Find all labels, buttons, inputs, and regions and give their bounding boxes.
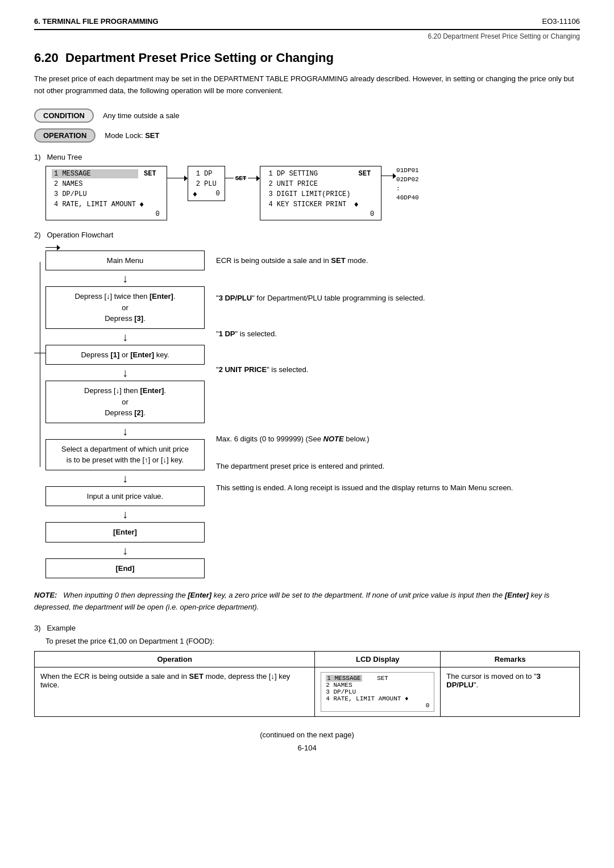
- flow-box-4: Depress [↓] then [Enter].orDepress [2].: [45, 381, 205, 423]
- flow-box-enter: [Enter]: [45, 522, 205, 542]
- flow-arrow-5: ↓: [45, 471, 205, 485]
- table-cell-operation: When the ECR is being outside a sale and…: [35, 667, 315, 716]
- flow-arrow-7: ↓: [45, 544, 205, 557]
- flow-box-end: [End]: [45, 558, 205, 579]
- intro-text: The preset price of each department may …: [34, 73, 580, 97]
- desc-5: [216, 391, 513, 425]
- flowchart-boxes-col: Main Menu ↓ Depress [↓] twice then [Ente…: [45, 245, 205, 579]
- flow-box-2: Depress [↓] twice then [Enter].orDepress…: [45, 286, 205, 329]
- flow-box-5: Select a department of which unit pricei…: [45, 439, 205, 470]
- menu-tree-label: 1) Menu Tree: [34, 153, 580, 161]
- desc-text-2: "3 DP/PLU" for Department/PLU table prog…: [216, 293, 425, 304]
- desc-text-1: ECR is being outside a sale and in SET m…: [216, 255, 368, 266]
- menu-tree-diagram: 1 MESSAGESET 2 NAMES 3 DP/PLU 4 RATE, LI…: [45, 166, 580, 220]
- operation-row: OPERATION Mode Lock: SET: [34, 128, 580, 143]
- flow-box-6: Input a unit price value.: [45, 486, 205, 507]
- note-text: When inputting 0 then depressing the [En…: [34, 591, 550, 611]
- desc-8: This setting is ended. A long receipt is…: [216, 480, 513, 514]
- operation-text: Mode Lock: SET: [105, 131, 159, 140]
- condition-row: CONDITION Any time outside a sale: [34, 108, 580, 123]
- desc-1: ECR is being outside a sale and in SET m…: [216, 245, 513, 277]
- footer-continued: (continued on the next page): [34, 731, 580, 739]
- desc-4: "2 UNIT PRICE" is selected.: [216, 348, 513, 391]
- col-header-lcd: LCD Display: [315, 651, 441, 667]
- connector1: [167, 166, 188, 184]
- example-table: Operation LCD Display Remarks When the E…: [34, 651, 580, 717]
- menu-col2: 1 DP 2 PLU ♦ 0: [188, 166, 225, 201]
- header-left: 6. TERMINAL FILE PROGRAMMING: [34, 17, 159, 26]
- menu-box2: 1 DP 2 PLU ♦ 0: [188, 166, 225, 201]
- table-cell-lcd: 1 MESSAGE SET 2 NAMES 3 DP/PLU 4 RATE, L…: [315, 667, 441, 716]
- example-label: 3) Example: [34, 624, 580, 632]
- note-label: NOTE:: [34, 591, 57, 599]
- item3-label: Example: [47, 624, 76, 632]
- section-number: 6.20: [34, 51, 59, 65]
- menu-tree-section: 1) Menu Tree 1 MESSAGESET 2 NAMES 3 DP/P…: [34, 153, 580, 220]
- right-labels: 01DP01 02DP02 : 40DP40: [396, 166, 419, 201]
- flow-entry-arrow: [45, 245, 60, 251]
- menu-col3: 1 DP SETTINGSET 2 UNIT PRICE 3 DIGIT LIM…: [260, 166, 381, 220]
- flowchart-container: Main Menu ↓ Depress [↓] twice then [Ente…: [34, 245, 580, 579]
- desc-7: The department preset price is entered a…: [216, 453, 513, 480]
- flowchart-label: 2) Operation Flowchart: [34, 231, 580, 239]
- flowchart-section: 2) Operation Flowchart: [34, 231, 580, 579]
- example-section: 3) Example To preset the price €1,00 on …: [34, 624, 580, 717]
- desc-text-7: The department preset price is entered a…: [216, 461, 384, 472]
- operation-badge: OPERATION: [34, 128, 96, 143]
- note-section: NOTE: When inputting 0 then depressing t…: [34, 590, 580, 614]
- flow-arrow-3: ↓: [45, 366, 205, 379]
- desc-3: "1 DP" is selected.: [216, 320, 513, 348]
- table-cell-remarks: The cursor is moved on to "3 DP/PLU".: [441, 667, 580, 716]
- flow-box-main-menu: Main Menu: [45, 251, 205, 271]
- condition-text: Any time outside a sale: [103, 111, 179, 120]
- flowchart-descriptions: ECR is being outside a sale and in SET m…: [216, 245, 513, 514]
- desc-text-4: "2 UNIT PRICE" is selected.: [216, 364, 308, 375]
- item3-number: 3): [34, 624, 41, 632]
- desc-text-6: Max. 6 digits (0 to 999999) (See NOTE be…: [216, 433, 370, 445]
- menu-box1: 1 MESSAGESET 2 NAMES 3 DP/PLU 4 RATE, LI…: [45, 166, 167, 220]
- connector3: [381, 166, 396, 182]
- flow-arrow-4: ↓: [45, 424, 205, 438]
- menu-box3: 1 DP SETTINGSET 2 UNIT PRICE 3 DIGIT LIM…: [260, 166, 381, 220]
- flow-box-3: Depress [1] or [Enter] key.: [45, 345, 205, 365]
- desc-text-3: "1 DP" is selected.: [216, 328, 277, 340]
- flow-arrow-6: ↓: [45, 507, 205, 521]
- page-number: 6-104: [34, 744, 580, 752]
- menu-col1: 1 MESSAGESET 2 NAMES 3 DP/PLU 4 RATE, LI…: [45, 166, 167, 220]
- lcd-display: 1 MESSAGE SET 2 NAMES 3 DP/PLU 4 RATE, L…: [321, 672, 434, 712]
- flow-arrow-1: ↓: [45, 272, 205, 285]
- item1-number: 1): [34, 153, 41, 161]
- col-header-remarks: Remarks: [441, 651, 580, 667]
- item2-number: 2): [34, 231, 41, 239]
- col-header-operation: Operation: [35, 651, 315, 667]
- item1-label: Menu Tree: [47, 153, 82, 161]
- desc-text-8: This setting is ended. A long receipt is…: [216, 482, 513, 494]
- flow-arrow-2: ↓: [45, 330, 205, 344]
- flowchart-left: Main Menu ↓ Depress [↓] twice then [Ente…: [34, 245, 205, 579]
- desc-6: Max. 6 digits (0 to 999999) (See NOTE be…: [216, 425, 513, 453]
- connector2: SET: [225, 166, 260, 184]
- subheader: 6.20 Department Preset Price Setting or …: [428, 32, 580, 40]
- header-right: EO3-11106: [542, 17, 580, 26]
- section-title: Department Preset Price Setting or Chang…: [65, 51, 334, 65]
- desc-2: "3 DP/PLU" for Department/PLU table prog…: [216, 277, 513, 320]
- loop-connector: [34, 245, 45, 467]
- item2-label: Operation Flowchart: [47, 231, 113, 239]
- example-intro: To preset the price €1,00 on Department …: [45, 637, 580, 645]
- condition-badge: CONDITION: [34, 108, 94, 123]
- table-row: When the ECR is being outside a sale and…: [35, 667, 580, 716]
